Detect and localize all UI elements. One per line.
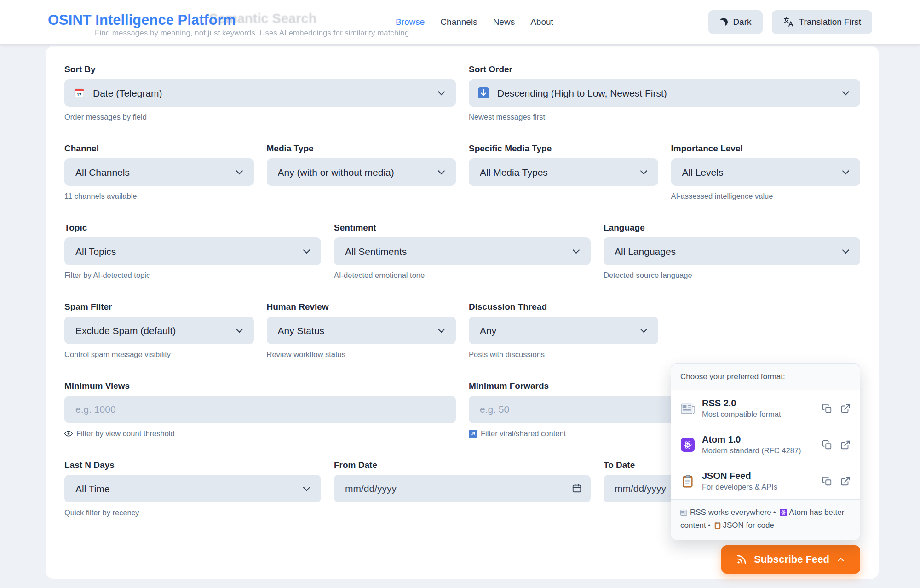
channel-media-row: Channel All Channels 11 channels availab…	[64, 144, 860, 201]
channel-field: Channel All Channels 11 channels availab…	[64, 144, 254, 201]
external-link-icon[interactable]	[840, 404, 851, 414]
minimum-views-label: Minimum Views	[64, 381, 456, 391]
newspaper-icon	[680, 403, 695, 415]
language-helper: Detected source language	[604, 271, 860, 280]
discussion-thread-helper: Posts with discussions	[469, 350, 658, 359]
copy-icon[interactable]	[822, 404, 832, 414]
page: Semantic Search Find messages by meaning…	[0, 0, 920, 588]
feed-format-list: RSS 2.0 Most compatible format	[671, 390, 860, 499]
media-type-field: Media Type Any (with or without media)	[267, 144, 456, 201]
language-field: Language All Languages Detected source l…	[604, 223, 860, 280]
format-description: Most compatible format	[702, 410, 781, 419]
calendar-icon[interactable]	[571, 483, 582, 494]
newspaper-icon	[680, 508, 688, 520]
app-title: OSINT Intelligence Platform	[48, 12, 236, 29]
minimum-views-field: Minimum Views Filter by view count thres…	[64, 381, 456, 438]
feed-popup-title: Choose your preferred format:	[671, 364, 860, 390]
sort-by-control: 17 Date (Telegram)	[64, 79, 456, 107]
external-link-icon[interactable]	[840, 440, 851, 450]
format-name: Atom 1.0	[702, 434, 801, 445]
footer-separator: •	[708, 521, 711, 530]
media-type-label: Media Type	[267, 144, 456, 154]
discussion-thread-field: Discussion Thread Any Posts with discuss…	[469, 302, 658, 359]
minimum-views-input[interactable]	[64, 396, 456, 423]
sort-row: Sort By 17 Date (Telegram) Order message…	[64, 64, 860, 121]
last-n-days-helper: Quick filter by recency	[64, 508, 321, 517]
feed-popup-footer: RSS works everywhere• Atom has better co…	[671, 499, 860, 540]
format-name: JSON Feed	[702, 471, 777, 481]
discussion-thread-select[interactable]: Any	[469, 317, 658, 344]
from-date-field: From Date	[334, 460, 591, 517]
sort-by-select[interactable]: Date (Telegram)	[64, 79, 456, 107]
human-review-label: Human Review	[267, 302, 456, 312]
footer-separator: •	[773, 508, 776, 517]
channel-helper: 11 channels available	[64, 192, 254, 201]
last-n-days-select[interactable]: All Time	[64, 475, 321, 502]
topic-sentiment-row: Topic All Topics Filter by AI-detected t…	[64, 223, 860, 280]
sort-order-select[interactable]: Descending (High to Low, Newest First)	[469, 79, 860, 107]
clipboard-icon	[714, 521, 721, 533]
language-select[interactable]: All Languages	[604, 237, 860, 265]
nav-channels[interactable]: Channels	[440, 17, 477, 27]
minimum-views-helper-text: Filter by view count threshold	[76, 429, 175, 438]
sort-order-field: Sort Order Descending (High to Low, Newe…	[469, 64, 860, 121]
last-n-days-field: Last N Days All Time Quick filter by rec…	[64, 460, 321, 517]
eye-icon	[64, 431, 73, 437]
minimum-forwards-helper-text: Filter viral/shared content	[481, 429, 566, 438]
feed-format-json[interactable]: JSON Feed For developers & APIs	[671, 463, 860, 499]
header-actions: Dark Translation First	[708, 0, 872, 44]
nav-browse[interactable]: Browse	[396, 17, 425, 27]
importance-level-field: Importance Level All Levels AI-assessed …	[671, 144, 861, 201]
human-review-helper: Review workflow status	[267, 350, 456, 359]
nav-about[interactable]: About	[530, 17, 553, 27]
sentiment-select[interactable]: All Sentiments	[334, 237, 591, 265]
dark-mode-button[interactable]: Dark	[708, 10, 762, 34]
sort-order-helper: Newest messages first	[469, 113, 860, 121]
external-link-icon[interactable]	[840, 476, 851, 486]
spam-filter-label: Spam Filter	[64, 302, 254, 312]
translation-button[interactable]: Translation First	[772, 10, 873, 34]
media-type-select[interactable]: Any (with or without media)	[267, 158, 456, 186]
sentiment-label: Sentiment	[334, 223, 591, 233]
atom-icon	[780, 508, 787, 520]
topic-label: Topic	[64, 223, 321, 233]
human-review-select[interactable]: Any Status	[267, 317, 456, 344]
sentiment-helper: AI-detected emotional tone	[334, 271, 591, 280]
rss-icon	[736, 554, 747, 565]
discussion-thread-label: Discussion Thread	[469, 302, 658, 312]
importance-level-select[interactable]: All Levels	[671, 158, 861, 186]
copy-icon[interactable]	[822, 440, 832, 450]
from-date-input[interactable]	[334, 475, 591, 502]
main-nav: Browse Channels News About	[396, 0, 553, 44]
translate-icon	[783, 17, 794, 28]
feed-format-atom[interactable]: Atom 1.0 Modern standard (RFC 4287)	[671, 427, 860, 463]
spam-filter-select[interactable]: Exclude Spam (default)	[64, 317, 254, 344]
feed-format-rss[interactable]: RSS 2.0 Most compatible format	[671, 390, 860, 427]
sort-by-label: Sort By	[64, 64, 456, 75]
header: Semantic Search Find messages by meaning…	[0, 0, 920, 44]
topic-select[interactable]: All Topics	[64, 237, 321, 265]
language-label: Language	[604, 223, 860, 233]
footer-text-json: JSON for code	[723, 521, 774, 530]
sort-by-helper: Order messages by field	[64, 113, 456, 121]
sort-order-label: Sort Order	[469, 64, 860, 75]
subscribe-feed-label: Subscribe Feed	[754, 553, 829, 565]
from-date-label: From Date	[334, 460, 591, 470]
chevron-up-icon	[836, 555, 845, 564]
channel-select[interactable]: All Channels	[64, 158, 254, 186]
last-n-days-label: Last N Days	[64, 460, 321, 470]
spam-review-row: Spam Filter Exclude Spam (default) Contr…	[64, 302, 860, 359]
feed-format-popup: Choose your preferred format: RSS 2.0 Mo…	[671, 363, 860, 540]
atom-icon	[680, 438, 695, 452]
channel-label: Channel	[64, 144, 254, 154]
sentiment-field: Sentiment All Sentiments AI-detected emo…	[334, 223, 591, 280]
background-page-subtitle: Find messages by meaning, not just keywo…	[95, 29, 411, 38]
copy-icon[interactable]	[822, 476, 832, 486]
specific-media-type-field: Specific Media Type All Media Types	[469, 144, 658, 201]
subscribe-feed-button[interactable]: Subscribe Feed	[721, 545, 860, 574]
topic-helper: Filter by AI-detected topic	[64, 271, 321, 280]
importance-level-helper: AI-assessed intelligence value	[671, 192, 861, 201]
nav-news[interactable]: News	[493, 17, 515, 27]
specific-media-type-select[interactable]: All Media Types	[469, 158, 658, 186]
dark-mode-label: Dark	[733, 17, 751, 27]
